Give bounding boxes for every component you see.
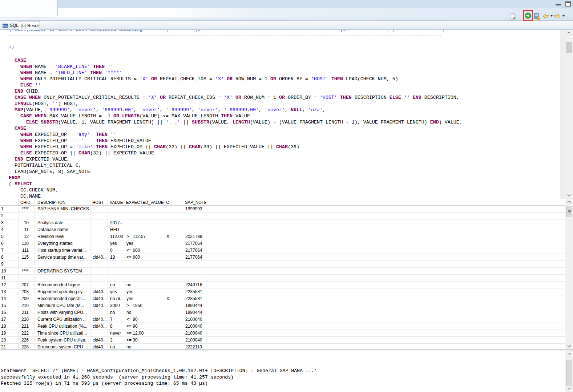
minimize-button[interactable] bbox=[556, 4, 561, 5]
column-header-rownum[interactable] bbox=[0, 199, 19, 205]
cell-description: Peak CPU utilization (%... bbox=[35, 323, 90, 330]
log-scroll-up[interactable] bbox=[565, 351, 573, 357]
cell-value: no bbox=[108, 344, 124, 349]
table-row[interactable]: 9 bbox=[0, 261, 565, 268]
cell-sap_note: 1890444 bbox=[183, 302, 206, 309]
cell-num: 8 bbox=[0, 254, 19, 260]
cell-expected_value: >= 112.07 bbox=[124, 233, 164, 240]
cell-host bbox=[90, 261, 108, 267]
table-row[interactable]: 512Revision level112.00>= 112.07X2021789 bbox=[0, 233, 565, 240]
code-line: ELSE '' bbox=[9, 82, 462, 88]
table-row[interactable]: 14209Recommended operati...cld40...no (6… bbox=[0, 295, 565, 302]
table-row[interactable]: 15210Minimum CPU rate (M...cld40...3000>… bbox=[0, 302, 565, 309]
table-row[interactable]: 13208Supported operating sy...cld40...ye… bbox=[0, 288, 565, 295]
tab-result[interactable]: Result bbox=[19, 21, 40, 30]
back-dropdown-icon[interactable] bbox=[550, 15, 553, 17]
column-header-SAP_NOTE[interactable]: SAP_NOTE bbox=[183, 199, 206, 205]
table-scroll-up[interactable] bbox=[565, 199, 573, 205]
table-scroll-down[interactable] bbox=[565, 343, 573, 349]
cell-description: Minimum CPU rate (M... bbox=[35, 302, 90, 309]
table-scrollbar[interactable] bbox=[565, 199, 573, 349]
log-scroll-thumb[interactable] bbox=[566, 360, 572, 386]
cell-c bbox=[164, 288, 183, 295]
table-row[interactable]: 18221Peak CPU utilization (%...cld40...8… bbox=[0, 323, 565, 330]
table-row[interactable]: 12207Recommended bigme...nono2240716 bbox=[0, 282, 565, 288]
cell-filler bbox=[206, 288, 565, 295]
log-scroll-down[interactable] bbox=[565, 386, 573, 392]
column-header-EXPECTED_VALUE[interactable]: EXPECTED_VALUE bbox=[124, 199, 164, 205]
log-panel[interactable]: Statement 'SELECT /* [NAME] - HANA_Confi… bbox=[0, 351, 565, 392]
table-row[interactable]: 21228Erroneous system CPU ...cld40...non… bbox=[0, 344, 565, 349]
table-row[interactable]: 17220Current CPU utilization ...cld40...… bbox=[0, 316, 565, 323]
cell-host bbox=[90, 213, 108, 219]
cell-value: 7 bbox=[108, 316, 124, 323]
cell-c bbox=[164, 219, 183, 226]
cell-filler bbox=[206, 254, 565, 260]
system-icon[interactable] bbox=[533, 12, 541, 20]
cell-sap_note: 2177064 bbox=[183, 254, 206, 260]
cell-sap_note: 2100040 bbox=[183, 323, 206, 330]
maximize-button[interactable] bbox=[565, 1, 571, 7]
title-bar bbox=[0, 0, 573, 8]
cell-description bbox=[35, 213, 90, 219]
column-header-HOST[interactable]: HOST bbox=[90, 199, 108, 205]
cell-num: 1 bbox=[0, 206, 19, 212]
column-header-DESCRIPTION[interactable]: DESCRIPTION bbox=[35, 199, 90, 205]
table-row[interactable]: 2 bbox=[0, 213, 565, 219]
cell-num: 6 bbox=[0, 240, 19, 247]
cell-filler bbox=[206, 330, 565, 336]
table-row[interactable]: 11 bbox=[0, 275, 565, 282]
cell-filler bbox=[206, 226, 565, 233]
table-row[interactable]: 19222Time since CPU utilizati...never>= … bbox=[0, 330, 565, 337]
cell-description: Supported operating sy... bbox=[35, 288, 90, 295]
forward-dropdown-icon[interactable] bbox=[562, 15, 565, 17]
cell-filler bbox=[206, 344, 565, 349]
toolbar-strip bbox=[0, 8, 573, 17]
cell-filler bbox=[206, 240, 565, 247]
cell-description bbox=[35, 261, 90, 267]
cell-host bbox=[90, 247, 108, 254]
log-scrollbar[interactable] bbox=[565, 351, 573, 392]
cell-num: 15 bbox=[0, 302, 19, 309]
cell-chid: 110 bbox=[19, 240, 35, 247]
cell-chid: 211 bbox=[19, 309, 35, 316]
cell-sap_note: 1890444 bbox=[183, 309, 206, 316]
editor-scrollbar[interactable] bbox=[565, 30, 573, 199]
column-header-VALUE[interactable]: VALUE bbox=[108, 199, 124, 205]
table-row[interactable]: 411Database nameHFD bbox=[0, 226, 565, 233]
cell-sap_note bbox=[183, 219, 206, 226]
tab-sql[interactable]: SQL SQL bbox=[3, 22, 19, 29]
table-row[interactable]: 6110Everything startedyesyes2177064 bbox=[0, 240, 565, 247]
table-scroll-thumb[interactable] bbox=[566, 206, 572, 217]
forward-icon[interactable] bbox=[554, 13, 561, 19]
editor-tab-blank[interactable] bbox=[0, 0, 58, 18]
cell-expected_value: no bbox=[124, 309, 164, 316]
cell-value: yes bbox=[108, 288, 124, 295]
table-row[interactable]: 7111Host startup time variat...0<= 60021… bbox=[0, 247, 565, 254]
table-row[interactable]: 1****SAP HANA MINI CHECKS1999993 bbox=[0, 206, 565, 213]
table-row[interactable]: 8115Service startup time var...cld40...1… bbox=[0, 254, 565, 261]
table-row[interactable]: 20226Peak system CPU utiliza...cld40...2… bbox=[0, 337, 565, 344]
sql-editor[interactable]: | 1320|Number of users with activated au… bbox=[0, 30, 560, 199]
back-icon[interactable] bbox=[542, 13, 549, 19]
cell-num: 7 bbox=[0, 247, 19, 254]
cell-expected_value: <= 80 bbox=[124, 316, 164, 323]
annotation-highlight bbox=[523, 10, 533, 21]
cell-sap_note: 2100040 bbox=[183, 337, 206, 343]
cell-num: 9 bbox=[0, 261, 19, 267]
cell-sap_note: 2100040 bbox=[183, 330, 206, 336]
column-header-C[interactable]: C bbox=[164, 199, 183, 205]
code-line: END EXPECTED_VALUE, bbox=[9, 156, 462, 162]
code-line: CC.NAME bbox=[9, 193, 462, 199]
cell-value: HFD bbox=[108, 226, 124, 233]
column-header-CHID[interactable]: CHID bbox=[19, 199, 35, 205]
cell-sap_note: 2235581 bbox=[183, 288, 206, 295]
table-row[interactable]: 10****OPERATING SYSTEM bbox=[0, 268, 565, 275]
cell-num: 4 bbox=[0, 226, 19, 233]
editor-scroll-down[interactable] bbox=[565, 193, 573, 199]
table-row[interactable]: 310Analysis date2017... bbox=[0, 219, 565, 226]
editor-scroll-up[interactable] bbox=[565, 30, 573, 36]
editor-scroll-thumb[interactable] bbox=[566, 42, 572, 53]
table-row[interactable]: 16211Hosts with varying CPU...nono189044… bbox=[0, 309, 565, 316]
cell-expected_value: <= 30 bbox=[124, 337, 164, 343]
